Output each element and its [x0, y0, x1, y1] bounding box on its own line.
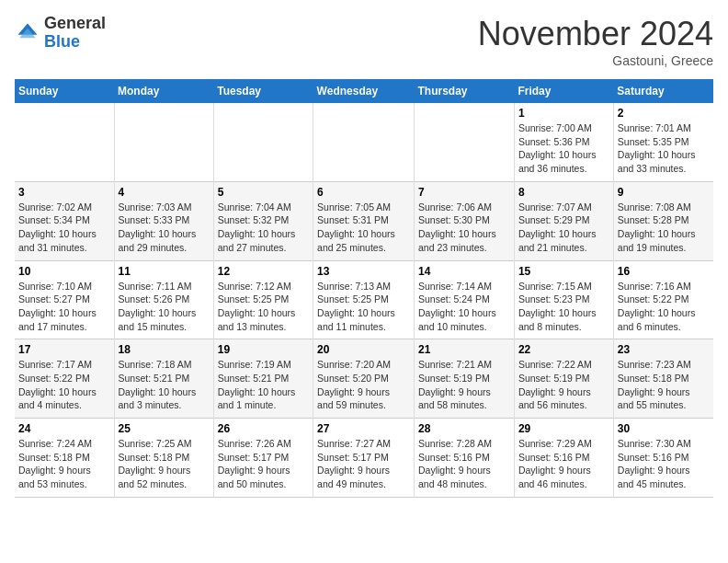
calendar-cell: 30Sunrise: 7:30 AMSunset: 5:16 PMDayligh… [613, 419, 713, 498]
day-number: 25 [119, 422, 210, 435]
day-info: Sunrise: 7:20 AMSunset: 5:20 PMDaylight:… [317, 358, 410, 412]
weekday-header: Sunday [15, 79, 114, 103]
weekday-header: Monday [114, 79, 213, 103]
weekday-header: Saturday [613, 79, 713, 103]
day-number: 21 [418, 343, 510, 356]
day-number: 19 [218, 343, 309, 356]
month-title: November 2024 [478, 15, 713, 53]
weekday-header: Tuesday [213, 79, 313, 103]
calendar-cell [415, 103, 515, 181]
day-number: 26 [218, 422, 309, 435]
header-row: SundayMondayTuesdayWednesdayThursdayFrid… [15, 79, 713, 103]
day-number: 5 [218, 186, 309, 199]
calendar-week-row: 17Sunrise: 7:17 AMSunset: 5:22 PMDayligh… [15, 339, 713, 419]
calendar-cell: 27Sunrise: 7:27 AMSunset: 5:17 PMDayligh… [313, 419, 415, 498]
day-info: Sunrise: 7:03 AMSunset: 5:33 PMDaylight:… [119, 201, 210, 255]
calendar-cell [313, 103, 415, 181]
calendar-cell [15, 103, 114, 181]
day-number: 13 [317, 265, 410, 278]
calendar-cell: 18Sunrise: 7:18 AMSunset: 5:21 PMDayligh… [114, 339, 213, 419]
day-info: Sunrise: 7:22 AMSunset: 5:19 PMDaylight:… [518, 358, 609, 412]
calendar-cell: 5Sunrise: 7:04 AMSunset: 5:32 PMDaylight… [213, 181, 313, 260]
calendar-cell: 24Sunrise: 7:24 AMSunset: 5:18 PMDayligh… [15, 419, 114, 498]
day-number: 12 [218, 265, 309, 278]
calendar-cell: 23Sunrise: 7:23 AMSunset: 5:18 PMDayligh… [613, 339, 713, 419]
page-header: General Blue November 2024 Gastouni, Gre… [15, 15, 713, 68]
day-info: Sunrise: 7:16 AMSunset: 5:22 PMDaylight:… [618, 280, 710, 334]
day-number: 6 [317, 186, 410, 199]
day-info: Sunrise: 7:07 AMSunset: 5:29 PMDaylight:… [518, 201, 609, 255]
day-number: 23 [618, 343, 710, 356]
location-text: Gastouni, Greece [478, 53, 713, 68]
weekday-header: Friday [514, 79, 613, 103]
calendar-cell: 8Sunrise: 7:07 AMSunset: 5:29 PMDaylight… [514, 181, 613, 260]
day-info: Sunrise: 7:14 AMSunset: 5:24 PMDaylight:… [418, 280, 510, 334]
day-number: 30 [618, 422, 710, 435]
calendar-cell [213, 103, 313, 181]
day-number: 17 [18, 343, 110, 356]
day-info: Sunrise: 7:11 AMSunset: 5:26 PMDaylight:… [119, 280, 210, 334]
calendar-cell: 3Sunrise: 7:02 AMSunset: 5:34 PMDaylight… [15, 181, 114, 260]
weekday-header: Wednesday [313, 79, 415, 103]
day-number: 1 [518, 107, 609, 120]
day-info: Sunrise: 7:28 AMSunset: 5:16 PMDaylight:… [418, 437, 510, 491]
day-info: Sunrise: 7:10 AMSunset: 5:27 PMDaylight:… [18, 280, 110, 334]
calendar-cell: 14Sunrise: 7:14 AMSunset: 5:24 PMDayligh… [415, 260, 515, 339]
day-number: 28 [418, 422, 510, 435]
calendar-table: SundayMondayTuesdayWednesdayThursdayFrid… [15, 79, 713, 498]
day-info: Sunrise: 7:18 AMSunset: 5:21 PMDaylight:… [119, 358, 210, 412]
day-info: Sunrise: 7:04 AMSunset: 5:32 PMDaylight:… [218, 201, 309, 255]
day-number: 11 [119, 265, 210, 278]
logo-general-text: General [44, 15, 106, 33]
day-number: 18 [119, 343, 210, 356]
day-info: Sunrise: 7:25 AMSunset: 5:18 PMDaylight:… [119, 437, 210, 491]
day-info: Sunrise: 7:21 AMSunset: 5:19 PMDaylight:… [418, 358, 510, 412]
calendar-cell: 25Sunrise: 7:25 AMSunset: 5:18 PMDayligh… [114, 419, 213, 498]
calendar-cell: 7Sunrise: 7:06 AMSunset: 5:30 PMDaylight… [415, 181, 515, 260]
day-info: Sunrise: 7:27 AMSunset: 5:17 PMDaylight:… [317, 437, 410, 491]
calendar-week-row: 1Sunrise: 7:00 AMSunset: 5:36 PMDaylight… [15, 103, 713, 181]
day-number: 16 [618, 265, 710, 278]
day-info: Sunrise: 7:01 AMSunset: 5:35 PMDaylight:… [618, 121, 710, 176]
day-number: 14 [418, 265, 510, 278]
day-info: Sunrise: 7:29 AMSunset: 5:16 PMDaylight:… [518, 437, 609, 491]
calendar-cell: 29Sunrise: 7:29 AMSunset: 5:16 PMDayligh… [514, 419, 613, 498]
day-info: Sunrise: 7:26 AMSunset: 5:17 PMDaylight:… [218, 437, 309, 491]
day-number: 22 [518, 343, 609, 356]
day-info: Sunrise: 7:19 AMSunset: 5:21 PMDaylight:… [218, 358, 309, 412]
calendar-cell: 4Sunrise: 7:03 AMSunset: 5:33 PMDaylight… [114, 181, 213, 260]
calendar-week-row: 10Sunrise: 7:10 AMSunset: 5:27 PMDayligh… [15, 260, 713, 339]
calendar-cell: 16Sunrise: 7:16 AMSunset: 5:22 PMDayligh… [613, 260, 713, 339]
calendar-cell: 11Sunrise: 7:11 AMSunset: 5:26 PMDayligh… [114, 260, 213, 339]
calendar-cell: 1Sunrise: 7:00 AMSunset: 5:36 PMDaylight… [514, 103, 613, 181]
day-number: 8 [518, 186, 609, 199]
day-number: 4 [119, 186, 210, 199]
calendar-week-row: 24Sunrise: 7:24 AMSunset: 5:18 PMDayligh… [15, 419, 713, 498]
day-info: Sunrise: 7:15 AMSunset: 5:23 PMDaylight:… [518, 280, 609, 334]
day-info: Sunrise: 7:30 AMSunset: 5:16 PMDaylight:… [618, 437, 710, 491]
day-info: Sunrise: 7:24 AMSunset: 5:18 PMDaylight:… [18, 437, 110, 491]
day-number: 15 [518, 265, 609, 278]
calendar-cell: 26Sunrise: 7:26 AMSunset: 5:17 PMDayligh… [213, 419, 313, 498]
title-block: November 2024 Gastouni, Greece [478, 15, 713, 68]
calendar-cell: 20Sunrise: 7:20 AMSunset: 5:20 PMDayligh… [313, 339, 415, 419]
calendar-cell [114, 103, 213, 181]
calendar-header: SundayMondayTuesdayWednesdayThursdayFrid… [15, 79, 713, 103]
calendar-cell: 13Sunrise: 7:13 AMSunset: 5:25 PMDayligh… [313, 260, 415, 339]
calendar-cell: 17Sunrise: 7:17 AMSunset: 5:22 PMDayligh… [15, 339, 114, 419]
day-info: Sunrise: 7:05 AMSunset: 5:31 PMDaylight:… [317, 201, 410, 255]
day-info: Sunrise: 7:12 AMSunset: 5:25 PMDaylight:… [218, 280, 309, 334]
calendar-cell: 10Sunrise: 7:10 AMSunset: 5:27 PMDayligh… [15, 260, 114, 339]
day-info: Sunrise: 7:08 AMSunset: 5:28 PMDaylight:… [618, 201, 710, 255]
calendar-week-row: 3Sunrise: 7:02 AMSunset: 5:34 PMDaylight… [15, 181, 713, 260]
day-number: 7 [418, 186, 510, 199]
day-number: 29 [518, 422, 609, 435]
day-info: Sunrise: 7:00 AMSunset: 5:36 PMDaylight:… [518, 121, 609, 176]
calendar-cell: 15Sunrise: 7:15 AMSunset: 5:23 PMDayligh… [514, 260, 613, 339]
day-info: Sunrise: 7:17 AMSunset: 5:22 PMDaylight:… [18, 358, 110, 412]
day-info: Sunrise: 7:23 AMSunset: 5:18 PMDaylight:… [618, 358, 710, 412]
day-number: 10 [18, 265, 110, 278]
calendar-cell: 2Sunrise: 7:01 AMSunset: 5:35 PMDaylight… [613, 103, 713, 181]
calendar-cell: 21Sunrise: 7:21 AMSunset: 5:19 PMDayligh… [415, 339, 515, 419]
day-info: Sunrise: 7:13 AMSunset: 5:25 PMDaylight:… [317, 280, 410, 334]
